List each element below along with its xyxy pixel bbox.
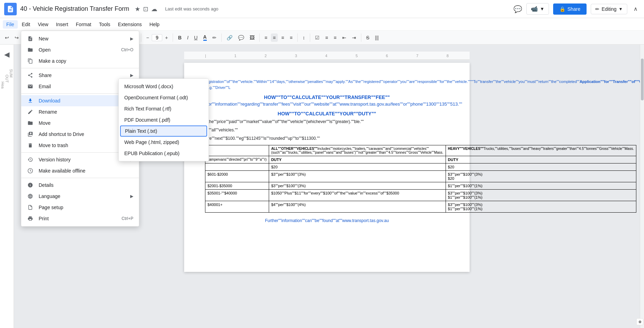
meet-button[interactable]: 📹 ▼ bbox=[526, 3, 549, 15]
link-button[interactable]: 🔗 bbox=[225, 33, 235, 42]
file-menu-language[interactable]: Language ▶ bbox=[21, 191, 139, 202]
image-button[interactable]: 🖼 bbox=[248, 33, 257, 42]
cloud-icon[interactable]: ☁ bbox=[151, 5, 157, 13]
table-header-col3: HEAVY""VEHICLES""Trucks,""utilities,""bu… bbox=[446, 145, 636, 156]
file-menu-pagesetup[interactable]: Page setup bbox=[21, 202, 139, 213]
file-menu-new[interactable]: New ▶ bbox=[21, 33, 139, 44]
download-rtf[interactable]: Rich Text Format (.rtf) bbox=[119, 103, 209, 114]
file-menu-new-label: New bbox=[39, 36, 125, 41]
font-size-area: − + bbox=[144, 33, 170, 42]
share-button[interactable]: 🔒 Share bbox=[553, 3, 587, 15]
editing-button[interactable]: ✏ Editing ▼ bbox=[591, 4, 627, 14]
table-header-col2: ALL""OTHER""VEHICLES""Includes""motorcyc… bbox=[269, 145, 446, 156]
scrollbar-track[interactable]: ⚙ bbox=[640, 45, 644, 328]
share-people-icon bbox=[27, 73, 34, 78]
comments-button[interactable]: 💬 bbox=[513, 5, 522, 13]
doc-intro-text: registration""of""the""vehicle.""Within"… bbox=[205, 79, 449, 90]
menu-extensions[interactable]: Extensions bbox=[115, 20, 145, 29]
align-center-button[interactable]: ≡ bbox=[271, 33, 278, 42]
italic-button[interactable]: I bbox=[185, 33, 191, 42]
odt-label: OpenDocument Format (.odt) bbox=[124, 95, 188, 100]
indent-less-button[interactable]: ⇤ bbox=[340, 33, 348, 42]
file-menu-download-label: Download bbox=[39, 98, 125, 104]
rtf-label: Rich Text Format (.rtf) bbox=[124, 106, 171, 112]
text-color-button[interactable]: A bbox=[201, 33, 209, 42]
star-icon[interactable]: ★ bbox=[135, 5, 140, 13]
bullet-list-button[interactable]: ≡ bbox=[323, 33, 330, 42]
file-menu-print[interactable]: Print Ctrl+P bbox=[21, 213, 139, 224]
font-size-decrease-button[interactable]: − bbox=[144, 33, 151, 42]
menu-insert[interactable]: Insert bbox=[53, 20, 72, 29]
align-left-button[interactable]: ≡ bbox=[262, 33, 269, 42]
toolbar-separator-8 bbox=[297, 33, 298, 42]
font-size-input[interactable] bbox=[152, 34, 162, 41]
line-spacing-button[interactable]: ↕ bbox=[300, 33, 307, 42]
page-setup-icon bbox=[27, 205, 34, 210]
download-txt[interactable]: Plain Text (.txt) bbox=[120, 125, 207, 137]
left-sidebar: ◀ SUM OUT Hea bbox=[0, 45, 14, 328]
last-edit-status: Last edit was seconds ago bbox=[165, 6, 218, 12]
drive-icon[interactable]: ⊡ bbox=[143, 5, 148, 13]
document-title: 40 - Vehicle Registration Transfer Form bbox=[20, 5, 129, 13]
align-right-button[interactable]: ≡ bbox=[279, 33, 286, 42]
file-menu-details-label: Details bbox=[39, 182, 133, 188]
download-pdf[interactable]: PDF Document (.pdf) bbox=[119, 114, 209, 125]
file-menu-share-label: Share bbox=[39, 73, 125, 78]
email-icon bbox=[27, 84, 34, 89]
document-page: registration""of""the""vehicle.""Within"… bbox=[184, 63, 470, 272]
meet-icon: 📹 bbox=[531, 6, 538, 12]
menu-file[interactable]: File bbox=[3, 20, 18, 29]
sidebar-toggle-button[interactable]: ◀ bbox=[2, 48, 11, 61]
file-menu-open-label: Open bbox=[39, 47, 116, 53]
file-menu-history-label: Version history bbox=[39, 157, 125, 162]
table-row: DUTY bbox=[269, 156, 446, 163]
file-menu-open[interactable]: Open Ctrl+O bbox=[21, 44, 139, 55]
underline-button[interactable]: U bbox=[192, 33, 199, 42]
doc-footer: Further""information""can""be""found""at… bbox=[205, 218, 449, 223]
file-menu-print-label: Print bbox=[39, 216, 117, 221]
collapse-toolbar-button[interactable]: ∧ bbox=[631, 4, 640, 14]
toolbar-separator-6 bbox=[221, 33, 222, 42]
table-cell bbox=[205, 145, 269, 156]
justify-button[interactable]: ≡ bbox=[288, 33, 294, 42]
table-row: $2001-$35000 bbox=[205, 182, 269, 190]
scrollbar-thumb[interactable] bbox=[641, 59, 644, 100]
page-num-sum: SUM bbox=[9, 69, 13, 101]
toolbar-separator-9 bbox=[310, 33, 310, 42]
numbered-list-button[interactable]: ≡ bbox=[332, 33, 339, 42]
ruler-marks: |12345678 bbox=[191, 54, 463, 58]
menu-help[interactable]: Help bbox=[146, 20, 163, 29]
editing-label: Editing bbox=[602, 6, 616, 12]
menu-edit[interactable]: Edit bbox=[18, 20, 34, 29]
indent-more-button[interactable]: ⇥ bbox=[350, 33, 358, 42]
bold-button[interactable]: B bbox=[176, 33, 183, 42]
top-bar: 40 - Vehicle Registration Transfer Form … bbox=[0, 0, 644, 18]
redo-button[interactable]: ↪ bbox=[13, 33, 21, 42]
table-row: $4""per""$100""(4%) bbox=[269, 201, 446, 213]
download-docx[interactable]: Microsoft Word (.docx) bbox=[119, 81, 209, 92]
comment-button[interactable]: 💬 bbox=[236, 33, 246, 42]
checklist-button[interactable]: ☑ bbox=[313, 33, 322, 42]
file-menu-details[interactable]: Details bbox=[21, 180, 139, 191]
editing-dropdown-icon: ▼ bbox=[619, 7, 623, 12]
clear-format-button[interactable]: S bbox=[364, 33, 371, 42]
file-menu-offline[interactable]: Make available offline bbox=[21, 165, 139, 176]
table-row: $1050""Plus""$11""for""every""$100""of""… bbox=[269, 190, 446, 201]
more-formats-button[interactable]: ||| bbox=[373, 33, 381, 42]
undo-button[interactable]: ↩ bbox=[3, 33, 11, 42]
menu-view[interactable]: View bbox=[34, 20, 52, 29]
menu-tools[interactable]: Tools bbox=[95, 20, 114, 29]
download-html[interactable]: Web Page (.html, zipped) bbox=[119, 137, 209, 148]
font-size-increase-button[interactable]: + bbox=[163, 33, 170, 42]
file-menu-copy[interactable]: Make a copy bbox=[21, 55, 139, 67]
doc-heading-fee: HOW""TO""CALCULATE""YOUR""TRANSFER""FEE"… bbox=[205, 94, 449, 100]
download-epub[interactable]: EPUB Publication (.epub) bbox=[119, 148, 209, 159]
table-row: $3""per""$100""(3%)$1""per""$100""(1%) bbox=[446, 190, 636, 201]
highlight-button[interactable]: ✏ bbox=[210, 33, 219, 42]
table-row: DUTY bbox=[446, 156, 636, 163]
menu-format[interactable]: Format bbox=[72, 20, 95, 29]
file-menu-pagesetup-label: Page setup bbox=[39, 205, 133, 210]
file-menu-language-label: Language bbox=[39, 193, 125, 199]
accessibility-button[interactable]: ⚙ bbox=[636, 318, 643, 325]
download-odt[interactable]: OpenDocument Format (.odt) bbox=[119, 92, 209, 103]
